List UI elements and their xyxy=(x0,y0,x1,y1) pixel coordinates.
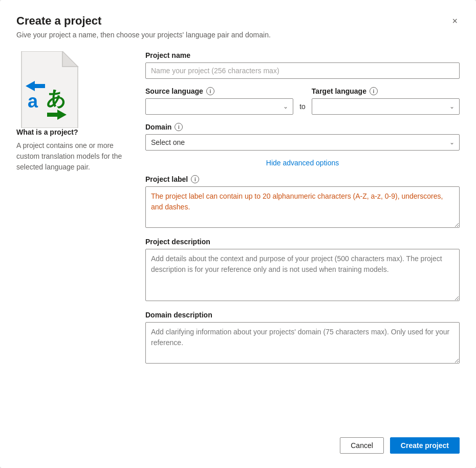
domain-description-label: Domain description xyxy=(145,311,460,319)
domain-select-wrapper: Select one ⌄ xyxy=(145,134,460,151)
dialog-subtitle: Give your project a name, then choose yo… xyxy=(16,31,460,39)
to-label: to xyxy=(299,102,306,115)
language-row: Source language i ⌄ to Target language xyxy=(145,87,460,115)
source-language-select[interactable] xyxy=(145,98,293,115)
what-is-desc: A project contains one or more custom tr… xyxy=(16,140,129,173)
target-language-label: Target language i xyxy=(312,87,460,95)
project-label-group: Project label i The project label can co… xyxy=(145,175,460,229)
project-description-textarea[interactable] xyxy=(145,249,460,301)
target-language-select[interactable] xyxy=(312,98,460,115)
project-description-group: Project description xyxy=(145,238,460,303)
source-language-info-icon[interactable]: i xyxy=(206,87,214,95)
source-language-label: Source language i xyxy=(145,87,293,95)
domain-info-icon[interactable]: i xyxy=(175,123,183,131)
domain-select[interactable]: Select one xyxy=(145,134,460,151)
domain-description-group: Domain description xyxy=(145,311,460,365)
dialog-body: あ a What is a project? A project contain… xyxy=(16,51,460,417)
source-language-select-wrapper: ⌄ xyxy=(145,98,293,115)
close-button[interactable]: × xyxy=(450,14,460,28)
create-project-dialog: Create a project × Give your project a n… xyxy=(0,0,476,468)
domain-group: Domain i Select one ⌄ xyxy=(145,123,460,151)
target-language-select-wrapper: ⌄ xyxy=(312,98,460,115)
svg-marker-1 xyxy=(62,51,78,67)
project-name-label: Project name xyxy=(145,51,460,59)
what-is-title: What is a project? xyxy=(16,128,129,136)
project-label-label: Project label i xyxy=(145,175,460,183)
project-name-group: Project name xyxy=(145,51,460,79)
cancel-button[interactable]: Cancel xyxy=(340,437,384,454)
project-label-info-icon[interactable]: i xyxy=(191,175,199,183)
dialog-title: Create a project xyxy=(16,14,101,28)
domain-description-textarea[interactable] xyxy=(145,322,460,364)
project-name-input[interactable] xyxy=(145,62,460,79)
source-language-group: Source language i ⌄ xyxy=(145,87,293,115)
hide-advanced-button[interactable]: Hide advanced options xyxy=(145,159,460,167)
svg-text:あ: あ xyxy=(46,88,66,109)
left-panel: あ a What is a project? A project contain… xyxy=(16,51,129,417)
right-panel: Project name Source language i ⌄ xyxy=(145,51,460,417)
create-project-button[interactable]: Create project xyxy=(390,437,460,454)
project-illustration: あ a xyxy=(16,51,83,128)
dialog-header: Create a project × xyxy=(16,14,460,28)
dialog-footer: Cancel Create project xyxy=(16,429,460,454)
project-description-label: Project description xyxy=(145,238,460,246)
project-label-textarea[interactable]: The project label can contain up to 20 a… xyxy=(145,186,460,228)
svg-text:a: a xyxy=(28,91,38,112)
target-language-group: Target language i ⌄ xyxy=(312,87,460,115)
target-language-info-icon[interactable]: i xyxy=(370,87,378,95)
domain-label: Domain i xyxy=(145,123,460,131)
